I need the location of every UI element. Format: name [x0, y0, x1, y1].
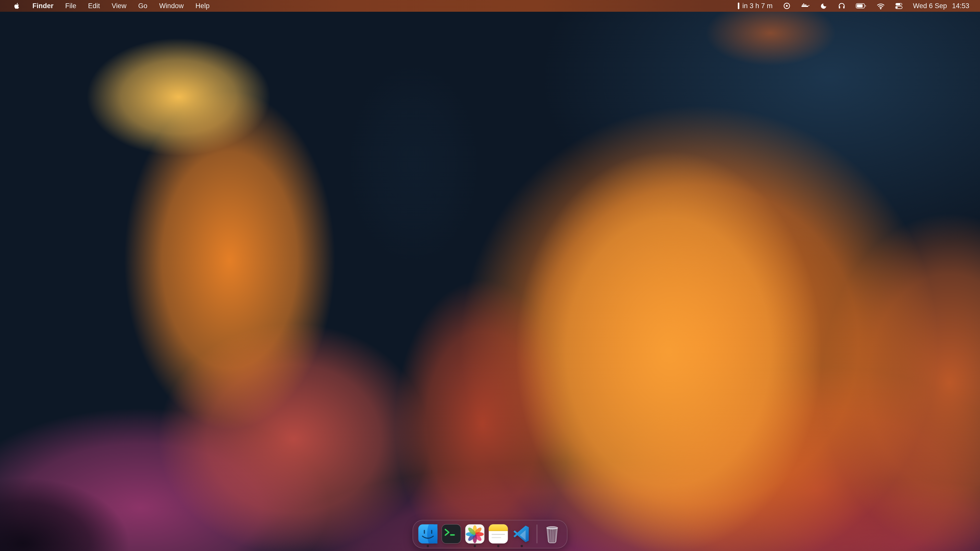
docker-status-item[interactable]: [796, 0, 815, 12]
menu-go[interactable]: Go: [132, 0, 153, 12]
dock-vscode[interactable]: [512, 524, 532, 544]
menu-bar-left: Finder File Edit View Go Window Help: [0, 0, 215, 12]
finder-icon: [418, 524, 438, 544]
menu-view[interactable]: View: [106, 0, 132, 12]
clock-time: 14:53: [952, 2, 969, 10]
menu-window[interactable]: Window: [153, 0, 189, 12]
terminal-icon: [441, 524, 462, 544]
wifi-icon: [877, 3, 885, 10]
wifi-status-item[interactable]: [872, 0, 890, 12]
battery-icon: [856, 3, 866, 9]
running-indicator: [427, 545, 429, 547]
circle-icon: [783, 2, 791, 10]
apple-logo-icon: [13, 2, 21, 10]
battery-status-item[interactable]: [851, 0, 872, 12]
trash-icon: [542, 524, 563, 544]
control-center-status-item[interactable]: [890, 0, 908, 12]
running-indicator: [497, 545, 500, 547]
circle-status-item[interactable]: [778, 0, 796, 12]
menu-file[interactable]: File: [59, 0, 83, 12]
control-center-icon: [895, 2, 903, 10]
dock-finder[interactable]: [418, 524, 438, 544]
dock-terminal[interactable]: [441, 524, 462, 544]
running-indicator: [520, 545, 523, 547]
dock-photos[interactable]: [465, 524, 485, 544]
vertical-bar-icon: [738, 3, 739, 9]
desktop-wallpaper[interactable]: [0, 0, 980, 551]
menu-help[interactable]: Help: [189, 0, 216, 12]
dock-notes[interactable]: [488, 524, 509, 544]
menu-edit[interactable]: Edit: [82, 0, 106, 12]
running-indicator: [474, 545, 476, 547]
notes-icon: [488, 524, 509, 544]
headphones-icon: [838, 2, 845, 10]
timer-status-item[interactable]: in 3 h 7 m: [733, 0, 778, 12]
active-app-menu[interactable]: Finder: [27, 0, 59, 12]
menu-bar-status-area: in 3 h 7 m: [733, 0, 980, 12]
headphones-status-item[interactable]: [833, 0, 851, 12]
menu-bar-clock[interactable]: Wed 6 Sep 14:53: [908, 0, 974, 12]
photos-icon: [465, 524, 485, 544]
moon-focus-icon: [820, 2, 828, 10]
menu-bar: Finder File Edit View Go Window Help in …: [0, 0, 980, 12]
timer-text: in 3 h 7 m: [742, 2, 773, 10]
dock-trash[interactable]: [542, 524, 563, 544]
clock-date: Wed 6 Sep: [913, 2, 947, 10]
vscode-icon: [512, 524, 532, 544]
focus-status-item[interactable]: [815, 0, 833, 12]
dock-separator: [537, 524, 538, 543]
docker-whale-icon: [801, 3, 810, 9]
apple-menu[interactable]: [7, 0, 27, 12]
dock: [413, 520, 568, 548]
